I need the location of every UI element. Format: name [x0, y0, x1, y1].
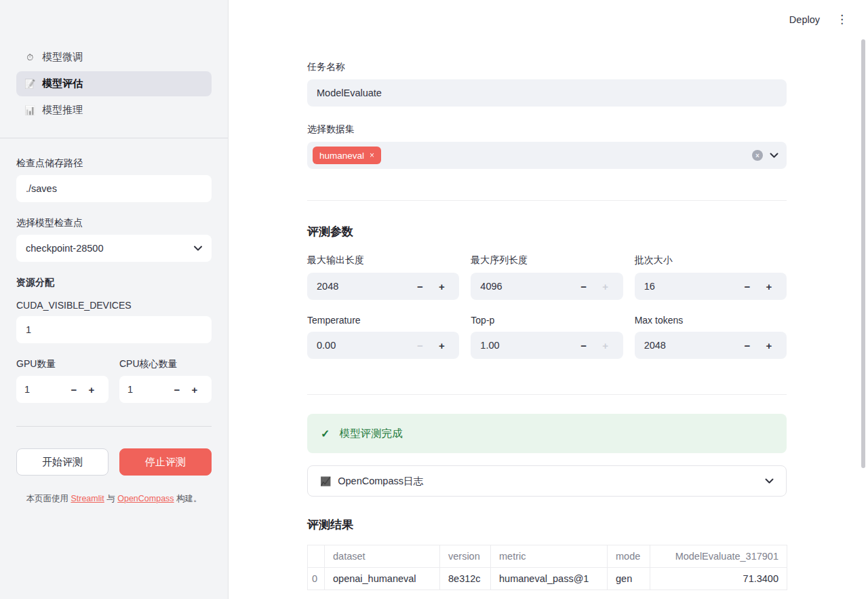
- cpu-count-stepper[interactable]: 1 − +: [119, 376, 212, 403]
- checkpoint-select-label: 选择模型检查点: [16, 217, 212, 229]
- temperature-input[interactable]: 0.00 − +: [307, 332, 459, 359]
- main-content: 任务名称 选择数据集 humaneval × × 评测参数: [307, 0, 787, 590]
- gpu-minus-button[interactable]: −: [65, 384, 83, 395]
- param-label: 最大序列长度: [471, 254, 623, 267]
- max-seq-length-input[interactable]: 4096 − +: [471, 273, 623, 300]
- chevron-down-icon: [194, 246, 202, 251]
- cell-index: 0: [308, 568, 325, 590]
- param-value: 2048: [644, 340, 736, 351]
- chevron-down-icon: [765, 478, 774, 484]
- plus-button[interactable]: +: [595, 281, 616, 292]
- scrollbar-thumb[interactable]: [861, 39, 865, 468]
- gpu-cpu-row: GPU数量 1 − + CPU核心数量 1 − +: [16, 358, 212, 403]
- col-index: [308, 545, 325, 568]
- nav-item-model-evaluate[interactable]: 📝 模型评估: [16, 71, 212, 96]
- cell-dataset: openai_humaneval: [325, 568, 440, 590]
- streamlit-link[interactable]: Streamlit: [71, 494, 104, 503]
- success-message: 模型评测完成: [339, 427, 402, 441]
- clear-all-icon[interactable]: ×: [752, 150, 763, 161]
- cuda-devices-label: CUDA_VISIBLE_DEVICES: [16, 300, 212, 311]
- plus-button[interactable]: +: [758, 281, 780, 292]
- action-buttons: 开始评测 停止评测: [16, 448, 212, 476]
- footer-text: 构建。: [174, 494, 202, 503]
- chevron-down-icon[interactable]: [770, 153, 778, 158]
- params-heading: 评测参数: [307, 224, 787, 239]
- minus-button[interactable]: −: [409, 281, 431, 292]
- param-field: 批次大小 16 − +: [635, 254, 787, 300]
- param-field: Max tokens 2048 − +: [635, 315, 787, 359]
- footer-text: 本页面使用: [26, 494, 71, 503]
- app-toolbar: Deploy ⋮: [789, 14, 848, 25]
- gpu-count-value: 1: [24, 384, 65, 395]
- max-output-length-input[interactable]: 2048 − +: [307, 273, 459, 300]
- cuda-devices-input[interactable]: [16, 316, 212, 343]
- nav-item-label: 模型推理: [42, 104, 83, 117]
- opencompass-log-expander[interactable]: 📈 OpenCompass日志: [307, 465, 787, 497]
- minus-button[interactable]: −: [409, 340, 431, 351]
- cpu-count-value: 1: [127, 384, 168, 395]
- minus-button[interactable]: −: [736, 281, 758, 292]
- checkpoint-select-value: checkpoint-28500: [26, 243, 103, 254]
- param-value: 0.00: [317, 340, 409, 351]
- batch-size-input[interactable]: 16 − +: [635, 273, 787, 300]
- plus-button[interactable]: +: [758, 340, 780, 351]
- plus-button[interactable]: +: [431, 281, 452, 292]
- top-p-input[interactable]: 1.00 − +: [471, 332, 623, 359]
- opencompass-link[interactable]: OpenCompass: [117, 494, 174, 503]
- param-value: 2048: [317, 281, 409, 292]
- dataset-tag-label: humaneval: [319, 151, 364, 161]
- nav-item-model-finetune[interactable]: ⏱ 模型微调: [16, 45, 212, 70]
- col-dataset[interactable]: dataset: [325, 545, 440, 568]
- gpu-count-stepper[interactable]: 1 − +: [16, 376, 108, 403]
- cpu-minus-button[interactable]: −: [168, 384, 186, 395]
- multiselect-controls: ×: [752, 150, 778, 161]
- param-field: Temperature 0.00 − +: [307, 315, 459, 359]
- minus-button[interactable]: −: [736, 340, 758, 351]
- checkpoint-select[interactable]: checkpoint-28500: [16, 235, 212, 262]
- start-evaluation-button[interactable]: 开始评测: [16, 448, 108, 476]
- results-table: dataset version metric mode ModelEvaluat…: [307, 545, 787, 590]
- checkpoint-path-input[interactable]: [16, 175, 212, 202]
- stop-evaluation-button[interactable]: 停止评测: [119, 448, 212, 476]
- bar-chart-icon: 📊: [24, 105, 35, 115]
- cell-score: 71.3400: [650, 568, 787, 590]
- gpu-plus-button[interactable]: +: [83, 384, 100, 395]
- results-heading: 评测结果: [307, 517, 787, 533]
- sidebar: ⏱ 模型微调 📝 模型评估 📊 模型推理 检查点储存路径 选择模型检查点 che…: [0, 0, 229, 599]
- dataset-multiselect[interactable]: humaneval × ×: [307, 142, 787, 169]
- param-field: Top-p 1.00 − +: [471, 315, 623, 359]
- cpu-plus-button[interactable]: +: [186, 384, 203, 395]
- param-value: 4096: [480, 281, 572, 292]
- col-mode[interactable]: mode: [608, 545, 650, 568]
- task-name-group: 任务名称: [307, 61, 787, 107]
- deploy-button[interactable]: Deploy: [789, 14, 820, 25]
- dataset-select-group: 选择数据集 humaneval × ×: [307, 123, 787, 169]
- memo-icon: 📝: [24, 79, 35, 89]
- check-icon: ✓: [321, 427, 330, 440]
- main-area: Deploy ⋮ 任务名称 选择数据集 humaneval × ×: [229, 0, 868, 599]
- minus-button[interactable]: −: [573, 281, 595, 292]
- cpu-count-label: CPU核心数量: [119, 358, 212, 370]
- resources-heading: 资源分配: [16, 277, 212, 289]
- col-metric[interactable]: metric: [491, 545, 608, 568]
- nav-item-model-inference[interactable]: 📊 模型推理: [16, 98, 212, 123]
- param-value: 1.00: [480, 340, 572, 351]
- table-row: 0 openai_humaneval 8e312c humaneval_pass…: [308, 568, 787, 590]
- plus-button[interactable]: +: [595, 340, 616, 351]
- sidebar-form: 检查点储存路径 选择模型检查点 checkpoint-28500 资源分配 CU…: [16, 138, 212, 505]
- dataset-tag-humaneval: humaneval ×: [313, 147, 381, 164]
- param-field: 最大序列长度 4096 − +: [471, 254, 623, 300]
- param-label: Max tokens: [635, 315, 787, 326]
- kebab-menu-icon[interactable]: ⋮: [836, 14, 848, 25]
- minus-button[interactable]: −: [573, 340, 595, 351]
- plus-button[interactable]: +: [431, 340, 452, 351]
- param-field: 最大输出长度 2048 − +: [307, 254, 459, 300]
- max-tokens-input[interactable]: 2048 − +: [635, 332, 787, 359]
- success-alert: ✓ 模型评测完成: [307, 414, 787, 453]
- stopwatch-icon: ⏱: [24, 52, 35, 63]
- task-name-input[interactable]: [307, 79, 787, 107]
- section-divider: [307, 200, 787, 201]
- tag-close-icon[interactable]: ×: [370, 151, 374, 160]
- col-score[interactable]: ModelEvaluate_317901: [650, 545, 787, 568]
- col-version[interactable]: version: [440, 545, 491, 568]
